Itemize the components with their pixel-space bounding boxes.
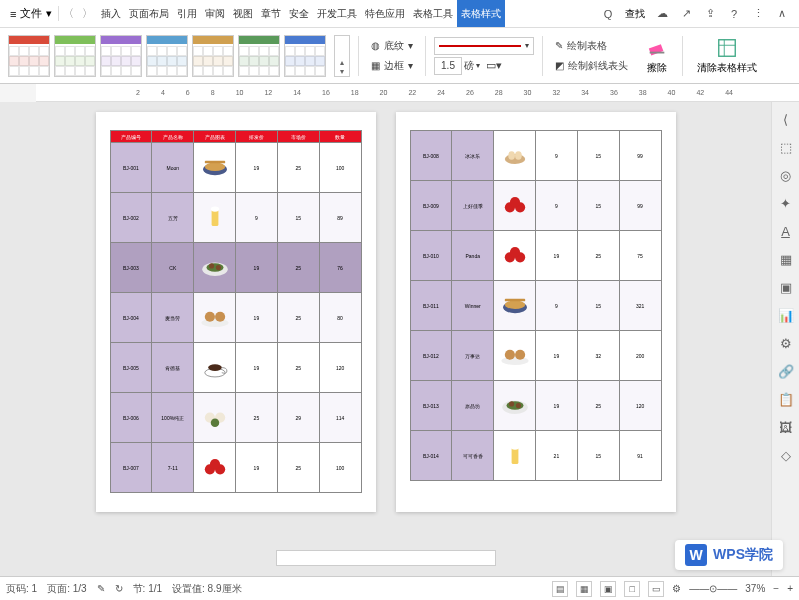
tab-9[interactable]: 表格工具 — [409, 0, 457, 27]
image-icon[interactable]: ▣ — [777, 278, 795, 296]
position-info[interactable]: 设置值: 8.9厘米 — [172, 582, 241, 596]
table-row[interactable]: BJ-001Moon1925100 — [110, 143, 361, 193]
tab-5[interactable]: 章节 — [257, 0, 285, 27]
cell-c3[interactable]: 19 — [535, 331, 577, 381]
edit-icon[interactable]: ✎ — [97, 583, 105, 594]
page-1[interactable]: 产品编号产品名称产品图表排发价市场价数量 BJ-001Moon1925100BJ… — [96, 112, 376, 512]
gallery-more-button[interactable]: ▴▾ — [334, 35, 350, 77]
table-row[interactable]: BJ-012万事达1932200 — [410, 331, 661, 381]
cell-c4[interactable]: 25 — [277, 293, 319, 343]
cell-name[interactable]: 肯德基 — [152, 343, 194, 393]
cell-c3[interactable]: 19 — [235, 443, 277, 493]
cell-c4[interactable]: 25 — [277, 443, 319, 493]
cell-c5[interactable]: 99 — [619, 181, 661, 231]
target-icon[interactable]: ◎ — [777, 166, 795, 184]
product-table-1[interactable]: 产品编号产品名称产品图表排发价市场价数量 BJ-001Moon1925100BJ… — [110, 130, 362, 493]
nav-next-icon[interactable]: 〉 — [78, 6, 97, 21]
cell-image[interactable] — [494, 381, 536, 431]
grid-icon[interactable]: ▦ — [777, 250, 795, 268]
cell-id[interactable]: BJ-011 — [410, 281, 452, 331]
border-button[interactable]: ▦ 边框 ▾ — [367, 57, 417, 75]
cell-image[interactable] — [494, 431, 536, 481]
cell-name[interactable]: 可可香香 — [452, 431, 494, 481]
cell-id[interactable]: BJ-004 — [110, 293, 152, 343]
chart-icon[interactable]: 📊 — [777, 306, 795, 324]
cell-c3[interactable]: 25 — [235, 393, 277, 443]
cell-c5[interactable]: 100 — [319, 443, 361, 493]
cell-image[interactable] — [494, 331, 536, 381]
table-row[interactable]: BJ-004麦当劳192580 — [110, 293, 361, 343]
cell-image[interactable] — [194, 393, 236, 443]
cell-c5[interactable]: 91 — [619, 431, 661, 481]
eraser-button[interactable]: 擦除 — [640, 35, 674, 77]
shading-button[interactable]: ◍ 底纹 ▾ — [367, 37, 417, 55]
draw-table-button[interactable]: ✎ 绘制表格 — [551, 37, 632, 55]
cell-image[interactable] — [494, 231, 536, 281]
tab-7[interactable]: 开发工具 — [313, 0, 361, 27]
cell-c5[interactable]: 76 — [319, 243, 361, 293]
export-icon[interactable]: ⇪ — [703, 7, 717, 21]
cell-c5[interactable]: 321 — [619, 281, 661, 331]
cell-c3[interactable]: 19 — [235, 143, 277, 193]
sync-icon[interactable]: ↻ — [115, 583, 123, 594]
sidebar-collapse-icon[interactable]: ⟨ — [777, 110, 795, 128]
table-row[interactable]: BJ-009上好佳季91599 — [410, 181, 661, 231]
cell-c3[interactable]: 9 — [535, 131, 577, 181]
cell-id[interactable]: BJ-007 — [110, 443, 152, 493]
cell-id[interactable]: BJ-005 — [110, 343, 152, 393]
link-icon[interactable]: 🔗 — [777, 362, 795, 380]
cell-id[interactable]: BJ-006 — [110, 393, 152, 443]
cell-c3[interactable]: 19 — [535, 381, 577, 431]
table-style-thumb-1[interactable] — [54, 35, 96, 77]
table-style-thumb-3[interactable] — [146, 35, 188, 77]
view-web-button[interactable]: ▣ — [600, 581, 616, 597]
table-row[interactable]: BJ-006100%纯正2529114 — [110, 393, 361, 443]
cell-id[interactable]: BJ-012 — [410, 331, 452, 381]
table-row[interactable]: BJ-0077-111925100 — [110, 443, 361, 493]
page-thumbnail[interactable] — [276, 550, 496, 566]
cell-c3[interactable]: 19 — [235, 343, 277, 393]
cell-name[interactable]: 100%纯正 — [152, 393, 194, 443]
tab-2[interactable]: 引用 — [173, 0, 201, 27]
table-style-thumb-4[interactable] — [192, 35, 234, 77]
table-row[interactable]: BJ-005肯德基1925120 — [110, 343, 361, 393]
text-a-icon[interactable]: A — [777, 222, 795, 240]
tab-8[interactable]: 特色应用 — [361, 0, 409, 27]
cell-c4[interactable]: 25 — [577, 381, 619, 431]
nav-prev-icon[interactable]: 〈 — [59, 6, 78, 21]
cell-c3[interactable]: 21 — [535, 431, 577, 481]
cell-id[interactable]: BJ-002 — [110, 193, 152, 243]
cell-c3[interactable]: 19 — [535, 231, 577, 281]
misc-icon[interactable]: ◇ — [777, 446, 795, 464]
cell-image[interactable] — [194, 293, 236, 343]
table-row[interactable]: BJ-010Panda192575 — [410, 231, 661, 281]
table-row[interactable]: BJ-002五芳91589 — [110, 193, 361, 243]
table-style-thumb-6[interactable] — [284, 35, 326, 77]
settings-icon[interactable]: ⚙ — [672, 583, 681, 594]
cell-id[interactable]: BJ-013 — [410, 381, 452, 431]
tab-10[interactable]: 表格样式 — [457, 0, 505, 27]
collapse-icon[interactable]: ∧ — [775, 7, 789, 21]
page-2[interactable]: BJ-008冰冰乐91599BJ-009上好佳季91599BJ-010Panda… — [396, 112, 676, 512]
cell-c4[interactable]: 25 — [577, 231, 619, 281]
clipboard-icon[interactable]: 📋 — [777, 390, 795, 408]
cell-c3[interactable]: 9 — [535, 181, 577, 231]
cell-name[interactable]: 麦当劳 — [152, 293, 194, 343]
cell-name[interactable]: 上好佳季 — [452, 181, 494, 231]
toolbox-icon[interactable]: ✦ — [777, 194, 795, 212]
cell-image[interactable] — [194, 343, 236, 393]
cell-image[interactable] — [494, 181, 536, 231]
tab-4[interactable]: 视图 — [229, 0, 257, 27]
cell-image[interactable] — [494, 131, 536, 181]
table-row[interactable]: BJ-013原品坊1925120 — [410, 381, 661, 431]
section-info[interactable]: 节: 1/1 — [133, 582, 162, 596]
product-table-2[interactable]: BJ-008冰冰乐91599BJ-009上好佳季91599BJ-010Panda… — [410, 130, 662, 481]
cell-id[interactable]: BJ-009 — [410, 181, 452, 231]
cell-c5[interactable]: 114 — [319, 393, 361, 443]
zoom-out-button[interactable]: − — [773, 583, 779, 594]
cell-id[interactable]: BJ-003 — [110, 243, 152, 293]
tab-3[interactable]: 审阅 — [201, 0, 229, 27]
cell-c5[interactable]: 120 — [619, 381, 661, 431]
line-width-input[interactable]: 1.5 — [434, 57, 462, 75]
table-style-thumb-2[interactable] — [100, 35, 142, 77]
